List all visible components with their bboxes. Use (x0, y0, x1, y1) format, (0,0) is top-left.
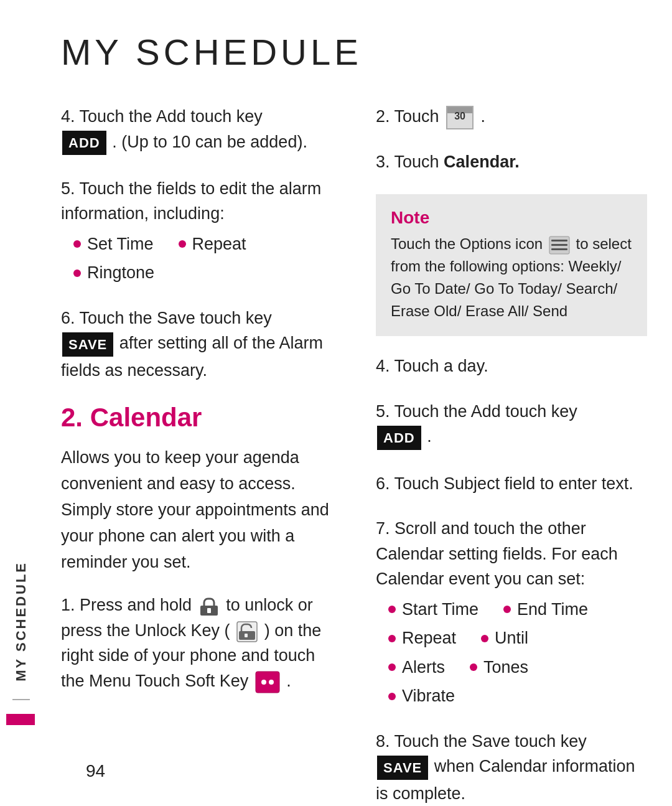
svg-rect-11 (551, 248, 567, 250)
right-column: 2. Touch 30 . 3. Touch Calendar. Note (370, 104, 647, 806)
bullet-until: Until (481, 626, 528, 651)
right-step5-text-after: . (427, 427, 432, 446)
bullet-set-time: Set Time (73, 232, 154, 257)
svg-rect-5 (256, 672, 279, 693)
menu-icon (255, 671, 280, 693)
svg-point-6 (261, 680, 266, 685)
right-step2-text: 2. Touch (376, 107, 439, 126)
left-step4-text-after: . (Up to 10 can be added). (112, 133, 307, 151)
svg-rect-4 (245, 634, 248, 637)
bullet-until-label: Until (495, 626, 528, 651)
bullet-repeat2-label: Repeat (402, 626, 456, 651)
svg-point-7 (269, 680, 274, 685)
right-step-8: 8. Touch the Save touch key SAVE when Ca… (376, 729, 647, 806)
unlock-icon (236, 621, 258, 642)
bullet-dot (73, 240, 81, 248)
right-step-7: 7. Scroll and touch the other Calendar s… (376, 516, 647, 709)
calendar-section-title: 2. Calendar (61, 403, 332, 433)
left-column: 4. Touch the Add touch key ADD . (Up to … (61, 104, 345, 806)
bullet-repeat: Repeat (179, 232, 246, 257)
bullet-dot (503, 606, 511, 613)
save-badge-step8: SAVE (377, 756, 428, 780)
sidebar-label: MY SCHEDULE (13, 561, 29, 682)
right-step3-text: 3. Touch (376, 152, 439, 171)
right-step5-text-before: 5. Touch the Add touch key (376, 402, 577, 421)
bullet-dot (179, 240, 186, 248)
page-container: MY SCHEDULE MY SCHEDULE 4. Touch the Add… (0, 0, 672, 806)
bullet-end-time-label: End Time (517, 597, 588, 622)
right-step3-bold: Calendar. (444, 152, 520, 171)
bullet-start-time: Start Time (388, 597, 478, 622)
bullet-dot (388, 606, 396, 613)
note-box: Note Touch the Options icon to select fr… (376, 194, 647, 336)
r7-bullet-row-2: Repeat Until (388, 626, 647, 651)
bullet-dot (481, 635, 488, 642)
right-step-4: 4. Touch a day. (376, 354, 647, 379)
left-step4-text-before: 4. Touch the Add touch key (61, 107, 263, 126)
main-content: MY SCHEDULE 4. Touch the Add touch key A… (42, 0, 672, 806)
note-text-part1: Touch the Options icon (391, 235, 543, 252)
right-step6-text: 6. Touch Subject field to enter text. (376, 474, 633, 493)
bullet-vibrate-label: Vibrate (402, 683, 455, 709)
bullet-ringtone-label: Ringtone (87, 260, 154, 286)
bullet-dot (388, 663, 396, 671)
bullet-row-1: Set Time Repeat (73, 232, 332, 257)
bullet-set-time-label: Set Time (87, 232, 154, 257)
bullet-dot (73, 269, 81, 277)
sidebar-accent-bar (6, 714, 35, 725)
note-text: Touch the Options icon to select from th… (391, 233, 632, 322)
right-step-3: 3. Touch Calendar. (376, 149, 647, 175)
left-step5-intro: 5. Touch the fields to edit the alarm in… (61, 179, 321, 223)
bullet-start-time-label: Start Time (402, 597, 478, 622)
options-icon (549, 236, 570, 255)
bullet-dot (388, 635, 396, 642)
bullet-vibrate: Vibrate (388, 683, 455, 709)
bullet-tones: Tones (470, 655, 528, 680)
lock-icon (198, 596, 220, 617)
left-step6-text-before: 6. Touch the Save touch key (61, 309, 272, 327)
svg-rect-9 (551, 240, 567, 241)
right-step4-text: 4. Touch a day. (376, 357, 488, 375)
r7-bullet-row-1: Start Time End Time (388, 597, 647, 622)
right-step7-intro: 7. Scroll and touch the other Calendar s… (376, 519, 618, 588)
bullet-repeat2: Repeat (388, 626, 456, 651)
bullet-tones-label: Tones (483, 655, 528, 680)
sidebar: MY SCHEDULE (0, 0, 42, 806)
page-number: 94 (86, 761, 105, 781)
left-step5-bullets: Set Time Repeat Ringtone (73, 232, 332, 286)
save-badge-step6: SAVE (62, 332, 113, 357)
calendar-icon-30: 30 (446, 106, 474, 129)
svg-rect-1 (207, 608, 211, 613)
bullet-repeat-label: Repeat (192, 232, 246, 257)
bullet-dot (388, 693, 396, 700)
add-badge-step5: ADD (377, 426, 421, 450)
svg-rect-10 (551, 244, 567, 246)
calendar-section-body: Allows you to keep your agenda convenien… (61, 445, 332, 575)
left-step-1: 1. Press and hold to unlock or press the… (61, 593, 332, 693)
two-column-layout: 4. Touch the Add touch key ADD . (Up to … (61, 104, 647, 806)
bullet-alerts: Alerts (388, 655, 445, 680)
right-step-6: 6. Touch Subject field to enter text. (376, 471, 647, 497)
left-step-5: 5. Touch the fields to edit the alarm in… (61, 176, 332, 286)
bullet-dot (470, 663, 477, 671)
bullet-alerts-label: Alerts (402, 655, 445, 680)
r7-bullet-row-4: Vibrate (388, 683, 647, 709)
bullet-ringtone: Ringtone (73, 260, 154, 286)
left-step-6: 6. Touch the Save touch key SAVE after s… (61, 306, 332, 383)
bullet-row-2: Ringtone (73, 260, 332, 286)
right-step7-bullets: Start Time End Time Repeat (388, 597, 647, 709)
left-step-4: 4. Touch the Add touch key ADD . (Up to … (61, 104, 332, 156)
note-title: Note (391, 208, 632, 228)
right-step-2: 2. Touch 30 . (376, 104, 647, 129)
step1-text1: 1. Press and hold (61, 596, 192, 614)
right-step-5: 5. Touch the Add touch key ADD . (376, 399, 647, 451)
bullet-end-time: End Time (503, 597, 588, 622)
right-step8-text-before: 8. Touch the Save touch key (376, 732, 587, 751)
sidebar-divider (12, 699, 30, 700)
add-badge-step4: ADD (62, 131, 106, 155)
step1-text4: . (286, 672, 291, 690)
r7-bullet-row-3: Alerts Tones (388, 655, 647, 680)
page-title: MY SCHEDULE (61, 31, 647, 73)
